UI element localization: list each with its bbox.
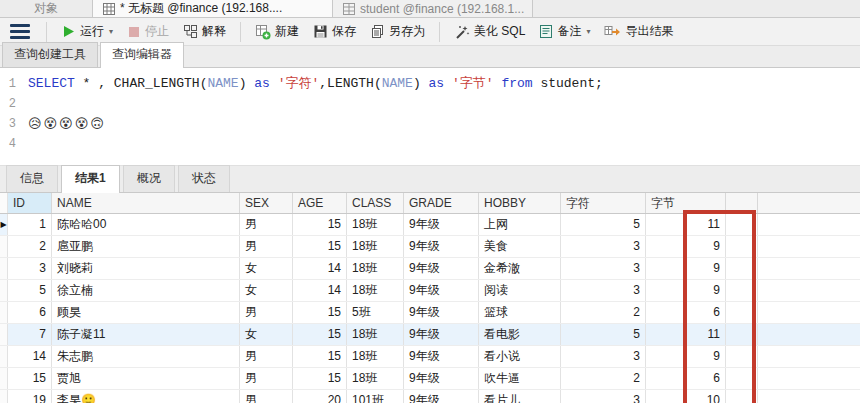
row-gutter[interactable] bbox=[0, 368, 8, 389]
cell-class[interactable]: 18班 bbox=[347, 236, 404, 257]
tab-query-editor[interactable]: 查询编辑器 bbox=[100, 42, 184, 68]
column-header-name[interactable]: NAME bbox=[52, 193, 240, 213]
table-row[interactable]: 14朱志鹏男1518班9年级看小说39 bbox=[0, 346, 860, 368]
cell-bytes[interactable]: 9 bbox=[646, 258, 726, 279]
cell-id[interactable]: 6 bbox=[8, 302, 52, 323]
tab-objects[interactable]: 对象 bbox=[0, 0, 93, 17]
table-row[interactable]: 7陈子凝11女1518班9年级看电影511 bbox=[0, 324, 860, 346]
cell-class[interactable]: 101班 bbox=[347, 390, 404, 403]
cell-bytes[interactable]: 9 bbox=[646, 280, 726, 301]
cell-id[interactable]: 19 bbox=[8, 390, 52, 403]
tab-profile[interactable]: 概况 bbox=[123, 165, 175, 192]
cell-chars[interactable]: 5 bbox=[561, 214, 646, 235]
cell-age[interactable]: 15 bbox=[293, 302, 347, 323]
cell-chars[interactable]: 3 bbox=[561, 346, 646, 367]
cell-grade[interactable]: 9年级 bbox=[404, 258, 479, 279]
cell-id[interactable]: 7 bbox=[8, 324, 52, 345]
row-gutter[interactable] bbox=[0, 346, 8, 367]
cell-age[interactable]: 14 bbox=[293, 280, 347, 301]
cell-bytes[interactable]: 6 bbox=[646, 368, 726, 389]
cell-hobby[interactable]: 美食 bbox=[479, 236, 561, 257]
cell-bytes[interactable]: 11 bbox=[646, 324, 726, 345]
cell-grade[interactable]: 9年级 bbox=[404, 236, 479, 257]
cell-id[interactable]: 14 bbox=[8, 346, 52, 367]
cell-bytes[interactable]: 10 bbox=[646, 390, 726, 403]
cell-id[interactable]: 15 bbox=[8, 368, 52, 389]
cell-hobby[interactable]: 看小说 bbox=[479, 346, 561, 367]
cell-grade[interactable]: 9年级 bbox=[404, 302, 479, 323]
table-row[interactable]: 3刘晓莉女1418班9年级金希澈39 bbox=[0, 258, 860, 280]
sql-editor[interactable]: 1 SELECT * , CHAR_LENGTH(NAME) as '字符',L… bbox=[0, 68, 860, 166]
result-grid[interactable]: IDNAMESEXAGECLASSGRADEHOBBY字符字节 ▶1陈哈哈00男… bbox=[0, 193, 860, 403]
current-row-arrow-icon[interactable]: ▶ bbox=[0, 214, 8, 235]
cell-class[interactable]: 18班 bbox=[347, 214, 404, 235]
row-gutter[interactable] bbox=[0, 258, 8, 279]
run-button[interactable]: 运行 ▾ bbox=[55, 21, 119, 42]
cell-bytes[interactable]: 9 bbox=[646, 236, 726, 257]
cell-class[interactable]: 18班 bbox=[347, 280, 404, 301]
cell-name[interactable]: 顾昊 bbox=[52, 302, 240, 323]
cell-hobby[interactable]: 金希澈 bbox=[479, 258, 561, 279]
cell-age[interactable]: 15 bbox=[293, 368, 347, 389]
column-header-age[interactable]: AGE bbox=[293, 193, 347, 213]
cell-chars[interactable]: 3 bbox=[561, 258, 646, 279]
column-header-sex[interactable]: SEX bbox=[240, 193, 293, 213]
cell-chars[interactable]: 2 bbox=[561, 302, 646, 323]
cell-grade[interactable]: 9年级 bbox=[404, 368, 479, 389]
table-row[interactable]: 15贾旭男1518班9年级吹牛逼26 bbox=[0, 368, 860, 390]
cell-sex[interactable]: 男 bbox=[240, 390, 293, 403]
cell-class[interactable]: 5班 bbox=[347, 302, 404, 323]
column-header-chars[interactable]: 字符 bbox=[561, 193, 646, 213]
cell-class[interactable]: 18班 bbox=[347, 258, 404, 279]
cell-sex[interactable]: 男 bbox=[240, 236, 293, 257]
cell-age[interactable]: 14 bbox=[293, 258, 347, 279]
column-header-hobby[interactable]: HOBBY bbox=[479, 193, 561, 213]
cell-grade[interactable]: 9年级 bbox=[404, 214, 479, 235]
cell-sex[interactable]: 男 bbox=[240, 214, 293, 235]
cell-hobby[interactable]: 吹牛逼 bbox=[479, 368, 561, 389]
cell-name[interactable]: 朱志鹏 bbox=[52, 346, 240, 367]
explain-button[interactable]: 解释 bbox=[177, 21, 232, 42]
table-row[interactable]: 5徐立楠女1418班9年级阅读39 bbox=[0, 280, 860, 302]
menu-hamburger-icon[interactable] bbox=[10, 24, 30, 39]
cell-bytes[interactable]: 6 bbox=[646, 302, 726, 323]
cell-bytes[interactable]: 11 bbox=[646, 214, 726, 235]
tab-query-untitled[interactable]: * 无标题 @finance (192.168.... bbox=[93, 0, 333, 17]
cell-hobby[interactable]: 篮球 bbox=[479, 302, 561, 323]
cell-sex[interactable]: 女 bbox=[240, 324, 293, 345]
chevron-down-icon[interactable]: ▾ bbox=[109, 27, 113, 36]
column-header-class[interactable]: CLASS bbox=[347, 193, 404, 213]
cell-blank[interactable] bbox=[726, 302, 758, 323]
cell-sex[interactable]: 男 bbox=[240, 368, 293, 389]
cell-hobby[interactable]: 看片儿 bbox=[479, 390, 561, 403]
cell-id[interactable]: 1 bbox=[8, 214, 52, 235]
cell-age[interactable]: 15 bbox=[293, 346, 347, 367]
cell-chars[interactable]: 3 bbox=[561, 236, 646, 257]
cell-blank[interactable] bbox=[726, 346, 758, 367]
chevron-down-icon[interactable]: ▾ bbox=[586, 27, 590, 36]
cell-sex[interactable]: 男 bbox=[240, 346, 293, 367]
cell-name[interactable]: 李昊🙂 bbox=[52, 390, 240, 403]
cell-hobby[interactable]: 看电影 bbox=[479, 324, 561, 345]
cell-grade[interactable]: 9年级 bbox=[404, 280, 479, 301]
beautify-sql-button[interactable]: 美化 SQL bbox=[448, 21, 531, 42]
save-as-button[interactable]: 另存为 bbox=[364, 21, 431, 42]
save-button[interactable]: 保存 bbox=[307, 21, 362, 42]
cell-blank[interactable] bbox=[726, 236, 758, 257]
cell-id[interactable]: 2 bbox=[8, 236, 52, 257]
cell-id[interactable]: 5 bbox=[8, 280, 52, 301]
cell-id[interactable]: 3 bbox=[8, 258, 52, 279]
cell-sex[interactable]: 女 bbox=[240, 258, 293, 279]
column-header-blank[interactable] bbox=[726, 193, 758, 213]
row-gutter[interactable] bbox=[0, 302, 8, 323]
cell-grade[interactable]: 9年级 bbox=[404, 324, 479, 345]
cell-grade[interactable]: 9年级 bbox=[404, 346, 479, 367]
column-header-id[interactable]: ID bbox=[8, 193, 52, 213]
cell-sex[interactable]: 女 bbox=[240, 280, 293, 301]
cell-blank[interactable] bbox=[726, 324, 758, 345]
cell-age[interactable]: 20 bbox=[293, 390, 347, 403]
export-result-button[interactable]: 导出结果 bbox=[598, 21, 679, 42]
cell-blank[interactable] bbox=[726, 390, 758, 403]
row-gutter[interactable] bbox=[0, 390, 8, 403]
tab-status[interactable]: 状态 bbox=[178, 165, 230, 192]
